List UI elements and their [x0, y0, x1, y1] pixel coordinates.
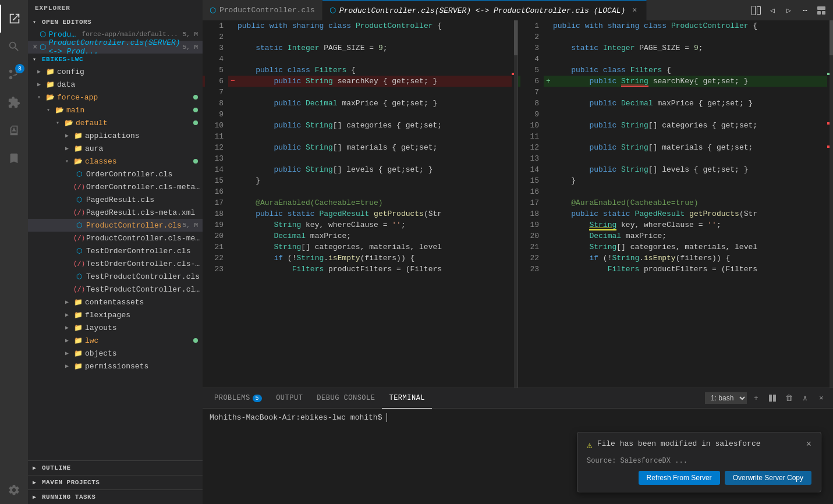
panel-close-icon[interactable]: × — [814, 391, 828, 405]
tree-item-lwc[interactable]: ▶ 📁 lwc — [28, 334, 203, 347]
project-section[interactable]: ▾ EBIKES-LWC — [28, 54, 203, 65]
line-marker — [228, 219, 238, 230]
tree-item-paged-result-meta[interactable]: ⟨/⟩ PagedResult.cls-meta.xml — [28, 206, 203, 219]
line-content: } — [238, 175, 509, 186]
notification-close-button[interactable]: × — [806, 439, 811, 450]
source-control-activity-icon[interactable]: 8 — [0, 61, 28, 88]
line-content — [553, 31, 825, 42]
close-diff-icon[interactable]: × — [33, 42, 37, 52]
code-line: 9 — [518, 109, 827, 120]
notification-source: Source: SalesforceDX ... — [587, 457, 811, 465]
folder-open-icon: 📂 — [45, 93, 55, 102]
tree-item-label: PagedResult.cls — [86, 196, 154, 204]
xml-icon: ⟨/⟩ — [75, 285, 84, 294]
nav-back-icon[interactable]: ◁ — [765, 3, 779, 17]
line-number: 12 — [520, 142, 544, 153]
tree-item-contentassets[interactable]: ▶ 📁 contentassets — [28, 296, 203, 308]
line-marker — [544, 109, 553, 120]
open-editors-chevron: ▾ — [33, 19, 40, 26]
line-marker — [228, 20, 238, 31]
left-editor-content[interactable]: 1 public with sharing class ProductContr… — [203, 20, 517, 388]
search-activity-icon[interactable] — [0, 33, 28, 61]
line-marker — [544, 264, 553, 275]
code-line: 11 — [203, 131, 512, 142]
line-number: 7 — [520, 87, 544, 98]
tab-terminal[interactable]: TERMINAL — [382, 388, 432, 409]
test-activity-icon[interactable] — [0, 116, 28, 144]
overwrite-server-copy-button[interactable]: Overwrite Server Copy — [725, 471, 811, 485]
code-line: 2 — [518, 31, 827, 42]
tab-output[interactable]: OUTPUT — [269, 388, 310, 409]
xml-icon: ⟨/⟩ — [75, 182, 84, 191]
terminal-selector[interactable]: 1: bash — [705, 392, 747, 404]
explorer-activity-icon[interactable] — [0, 5, 28, 33]
tree-item-applications[interactable]: ▶ 📁 applications — [28, 129, 203, 142]
tree-item-paged-result[interactable]: ⬡ PagedResult.cls — [28, 193, 203, 206]
tree-item-label: force-app — [57, 93, 98, 102]
tree-item-classes[interactable]: ▾ 📂 classes — [28, 155, 203, 168]
tree-item-config[interactable]: ▶ 📁 config — [28, 65, 203, 78]
line-content — [238, 153, 509, 164]
tab-close-icon[interactable]: × — [630, 6, 639, 15]
open-editors-label: OPEN EDITORS — [42, 19, 91, 26]
tree-item-objects[interactable]: ▶ 📁 objects — [28, 347, 203, 360]
tab-problems[interactable]: PROBLEMS 5 — [207, 388, 269, 409]
tree-item-flexipages[interactable]: ▶ 📁 flexipages — [28, 308, 203, 321]
tree-item-aura[interactable]: ▶ 📁 aura — [28, 142, 203, 155]
line-marker — [544, 186, 553, 197]
panel-up-icon[interactable]: ∧ — [798, 391, 812, 405]
line-number: 8 — [205, 98, 228, 109]
line-marker — [228, 253, 238, 264]
split-terminal-icon[interactable] — [765, 391, 779, 405]
line-number: 9 — [205, 109, 228, 120]
line-content: public String searchKey { get;set; } — [238, 76, 509, 87]
line-number: 9 — [520, 109, 544, 120]
tree-item-label: applications — [85, 132, 140, 140]
tab-debug-console[interactable]: DEBUG CONSOLE — [310, 388, 382, 409]
tree-item-main[interactable]: ▾ 📂 main — [28, 104, 203, 116]
tab-prod-ctrl[interactable]: ⬡ ProductController.cls — [203, 0, 322, 20]
extensions-activity-icon[interactable] — [0, 88, 28, 116]
code-line: 3 static Integer PAGE_SIZE = 9; — [518, 42, 827, 54]
tree-item-order-ctrl[interactable]: ⬡ OrderController.cls — [28, 168, 203, 180]
tree-item-label: flexipages — [85, 311, 130, 320]
more-actions-icon[interactable]: ⋯ — [798, 3, 812, 17]
tree-item-permissionsets[interactable]: ▶ 📁 permissionsets — [28, 360, 203, 372]
code-line: 10 public String[] categories { get;set; — [203, 120, 512, 131]
tree-item-test-order-meta[interactable]: ⟨/⟩ TestOrderController.cls-meta.xml — [28, 257, 203, 270]
line-marker — [544, 164, 553, 175]
maven-header[interactable]: ▶ MAVEN PROJECTS — [28, 475, 203, 489]
open-editors-section[interactable]: ▾ OPEN EDITORS — [28, 16, 203, 28]
tab-diff[interactable]: ⬡ ProductController.cls(SERVER) <-> Prod… — [322, 0, 647, 20]
nav-forward-icon[interactable]: ▷ — [782, 3, 796, 17]
tree-item-default[interactable]: ▾ 📂 default — [28, 116, 203, 129]
open-editor-diff-item[interactable]: × ⬡ ProductController.cls(SERVER) <-> Pr… — [28, 41, 203, 54]
layout-icon[interactable] — [814, 3, 828, 17]
settings-activity-icon[interactable] — [0, 476, 28, 504]
split-editor-icon[interactable] — [749, 3, 763, 17]
tree-item-test-order[interactable]: ⬡ TestOrderController.cls — [28, 244, 203, 257]
tree-item-force-app[interactable]: ▾ 📂 force-app — [28, 91, 203, 104]
tree-item-test-product-meta[interactable]: ⟨/⟩ TestProductController.cls-meta.xml — [28, 283, 203, 296]
tree-item-test-product[interactable]: ⬡ TestProductController.cls — [28, 270, 203, 283]
line-content: public String[] materials { get;set; — [238, 142, 509, 153]
tree-item-product-ctrl[interactable]: ⬡ ProductController.cls 5, M — [28, 219, 203, 232]
kill-terminal-icon[interactable]: 🗑 — [782, 391, 796, 405]
tree-item-data[interactable]: ▶ 📁 data — [28, 78, 203, 91]
bookmark-activity-icon[interactable] — [0, 144, 28, 172]
running-tasks-header[interactable]: ▶ RUNNING TASKS — [28, 490, 203, 504]
code-line: 15 } — [518, 175, 827, 186]
code-line: 22 if (!String.isEmpty(filters)) { — [203, 253, 512, 264]
code-line: 5 public class Filters { — [203, 65, 512, 76]
right-editor-content[interactable]: 1 public with sharing class ProductContr… — [518, 20, 833, 388]
tree-item-layouts[interactable]: ▶ 📁 layouts — [28, 321, 203, 334]
line-number: 10 — [205, 120, 228, 131]
tree-item-order-ctrl-meta[interactable]: ⟨/⟩ OrderController.cls-meta.xml — [28, 180, 203, 193]
line-content: public static PagedResult getProducts(St… — [238, 208, 509, 219]
tree-item-product-ctrl-meta[interactable]: ⟨/⟩ ProductController.cls-meta.xml — [28, 232, 203, 244]
refresh-from-server-button[interactable]: Refresh From Server — [639, 471, 720, 485]
outline-header[interactable]: ▶ OUTLINE — [28, 461, 203, 475]
new-terminal-icon[interactable]: + — [749, 391, 763, 405]
open-editor-change: 5, M — [183, 31, 198, 38]
line-marker — [544, 31, 553, 42]
